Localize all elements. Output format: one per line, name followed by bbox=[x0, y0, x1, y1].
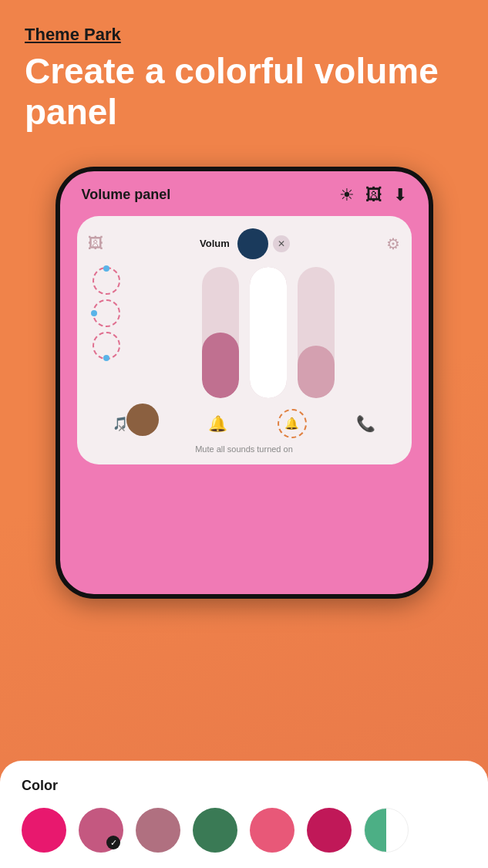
dashed-circle-1 bbox=[93, 267, 120, 295]
slider-2[interactable] bbox=[250, 267, 287, 398]
vol-label-bubble: Volum ✕ bbox=[200, 228, 290, 259]
vol-dark-ball bbox=[237, 228, 268, 259]
image-icon[interactable]: 🖼 bbox=[365, 185, 382, 205]
panel-title: Volume panel bbox=[82, 187, 171, 203]
phone-icon[interactable]: 📞 bbox=[356, 414, 375, 433]
header: Theme Park Create a colorful volume pane… bbox=[0, 0, 488, 160]
vol-close-button[interactable]: ✕ bbox=[273, 235, 290, 252]
swatch-mauve[interactable] bbox=[136, 808, 180, 853]
slider-3-fill bbox=[298, 346, 335, 398]
settings-icon[interactable]: ⚙ bbox=[386, 235, 400, 253]
swatch-coral-pink[interactable] bbox=[250, 808, 294, 853]
brown-ball bbox=[126, 404, 159, 436]
orange-ring: 🔔 bbox=[278, 409, 307, 438]
color-panel: Color bbox=[0, 761, 488, 868]
brightness-icon[interactable]: ☀ bbox=[339, 185, 355, 205]
ring-icon: 🔔 bbox=[284, 417, 299, 431]
left-cluster: 🎵 ✕ bbox=[113, 411, 159, 436]
dashed-circle-3 bbox=[93, 332, 120, 360]
sliders-area bbox=[88, 267, 401, 398]
mute-icon: 🖼 bbox=[88, 235, 103, 252]
color-swatches bbox=[22, 808, 466, 853]
slider-1-fill bbox=[202, 333, 239, 398]
phone-screen: Volume panel ☀ 🖼 ⬇ 🖼 Volum bbox=[60, 171, 429, 594]
color-panel-title: Color bbox=[22, 778, 466, 794]
spacer bbox=[154, 267, 191, 398]
swatch-hot-pink[interactable] bbox=[22, 808, 66, 853]
phone-icons: ☀ 🖼 ⬇ bbox=[339, 185, 407, 205]
swatch-deep-rose[interactable] bbox=[307, 808, 352, 853]
swatch-partial[interactable] bbox=[364, 808, 409, 853]
phone-mockup: Volume panel ☀ 🖼 ⬇ 🖼 Volum bbox=[56, 167, 433, 599]
slider-1[interactable] bbox=[202, 267, 239, 398]
tagline: Create a colorful volume panel bbox=[25, 51, 463, 133]
vol-label: Volum bbox=[200, 238, 230, 249]
x-icon: ✕ bbox=[117, 422, 126, 434]
app-name: Theme Park bbox=[25, 25, 463, 45]
swatch-forest-green[interactable] bbox=[193, 808, 237, 853]
slider-3[interactable] bbox=[298, 267, 335, 398]
vol-bottom-row: 🎵 ✕ 🔔 🔔 📞 bbox=[88, 409, 401, 438]
swatch-dusty-rose[interactable] bbox=[79, 808, 123, 853]
dashed-circles-group bbox=[93, 267, 120, 360]
download-icon[interactable]: ⬇ bbox=[393, 185, 407, 205]
dashed-circle-2 bbox=[93, 299, 120, 327]
phone-topbar: Volume panel ☀ 🖼 ⬇ bbox=[60, 171, 429, 213]
sliders-row bbox=[88, 267, 401, 398]
slider-2-fill bbox=[250, 267, 287, 398]
phone-wrapper: Volume panel ☀ 🖼 ⬇ 🖼 Volum bbox=[0, 167, 488, 599]
mute-label: Mute all sounds turned on bbox=[88, 444, 401, 454]
bell-icon[interactable]: 🔔 bbox=[208, 414, 227, 433]
volume-card: 🖼 Volum ✕ ⚙ bbox=[77, 216, 412, 464]
vol-top-row: 🖼 Volum ✕ ⚙ bbox=[88, 228, 401, 259]
